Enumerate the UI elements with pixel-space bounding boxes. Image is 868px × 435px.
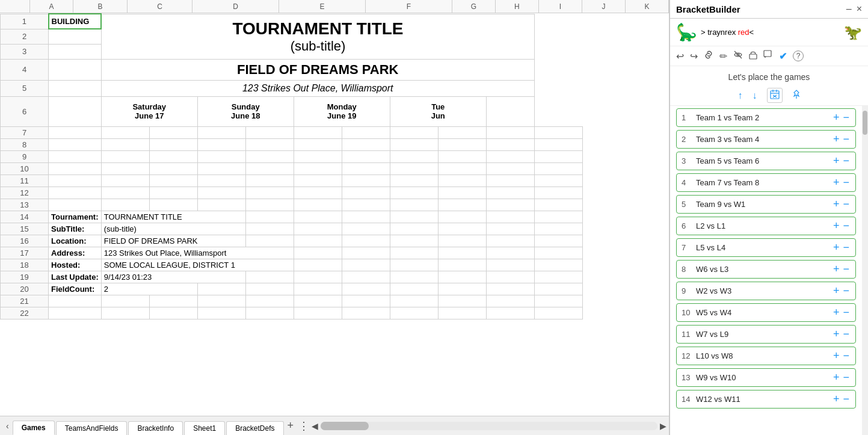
redo-icon[interactable]: ↪ xyxy=(690,51,698,62)
game-add-btn[interactable]: + xyxy=(831,220,842,232)
tab-teamsandfields[interactable]: TeamsAndFields xyxy=(56,421,128,435)
game-remove-btn[interactable]: − xyxy=(842,155,851,167)
game-item: 10W5 vs W4+− xyxy=(676,303,856,322)
row-header-spacer xyxy=(0,0,30,13)
spreadsheet-body[interactable]: 1 BUILDING TOURNAMENT TITLE (sub-title) … xyxy=(0,13,669,416)
table-row: 1 BUILDING TOURNAMENT TITLE (sub-title) xyxy=(1,14,583,29)
game-matchup: L10 vs W8 xyxy=(696,351,831,360)
lock-icon[interactable] xyxy=(749,50,757,62)
game-remove-btn[interactable]: − xyxy=(842,285,851,297)
location-text: FIELD OF DREAMS PARK xyxy=(106,62,529,78)
game-remove-btn[interactable]: − xyxy=(842,133,851,146)
game-remove-btn[interactable]: − xyxy=(842,241,851,254)
game-add-btn[interactable]: + xyxy=(831,285,842,297)
game-num: 2 xyxy=(682,135,692,144)
game-num: 13 xyxy=(682,373,692,382)
game-matchup: Team 5 vs Team 6 xyxy=(696,156,831,165)
move-up-btn[interactable]: ↑ xyxy=(738,90,743,101)
game-add-btn[interactable]: + xyxy=(831,371,842,384)
sheet-options-btn[interactable]: ⋮ xyxy=(296,419,312,433)
game-num: 8 xyxy=(682,265,692,274)
calendar-x-btn[interactable] xyxy=(767,88,783,103)
link-icon[interactable] xyxy=(704,50,713,62)
game-item: 4Team 7 vs Team 8+− xyxy=(676,173,856,192)
game-remove-btn[interactable]: − xyxy=(842,306,851,319)
game-remove-btn[interactable]: − xyxy=(842,198,851,211)
address-value: 123 Strikes Out Place, Williamsport xyxy=(101,247,294,259)
tab-games[interactable]: Games xyxy=(13,421,55,435)
pin-btn[interactable] xyxy=(792,90,801,101)
table-row: 18 Hosted: SOME LOCAL LEAGUE, DISTRICT 1 xyxy=(1,259,583,271)
building-cell[interactable]: BUILDING xyxy=(49,14,102,29)
scroll-left-btn[interactable]: ◀ xyxy=(312,421,318,431)
game-item: 5Team 9 vs W1+− xyxy=(676,195,856,214)
undo-icon[interactable]: ↩ xyxy=(676,51,684,62)
game-remove-btn[interactable]: − xyxy=(842,393,851,406)
game-remove-btn[interactable]: − xyxy=(842,328,851,341)
game-matchup: W12 vs W11 xyxy=(696,395,831,404)
panel-scrollbar[interactable] xyxy=(862,106,868,435)
table-row: 12 xyxy=(1,187,583,199)
game-add-btn[interactable]: + xyxy=(831,133,842,146)
game-remove-btn[interactable]: − xyxy=(842,350,851,362)
col-c: C xyxy=(128,0,192,13)
game-matchup: W7 vs L9 xyxy=(696,330,831,339)
last-update-value: 9/14/23 01:23 xyxy=(101,271,245,283)
col-k: K xyxy=(626,0,669,13)
minimize-panel-btn[interactable]: – xyxy=(846,4,852,14)
table-row: 15 SubTitle: (sub-title) xyxy=(1,223,583,235)
game-add-btn[interactable]: + xyxy=(831,328,842,341)
tournament-title: TOURNAMENT TITLE xyxy=(106,19,529,39)
game-remove-btn[interactable]: − xyxy=(842,220,851,232)
schedule-header-sat: Saturday June 17 xyxy=(101,96,197,126)
scrollbar-thumb[interactable] xyxy=(321,422,369,430)
game-add-btn[interactable]: + xyxy=(831,350,842,362)
address-label: Address: xyxy=(49,247,102,259)
svg-rect-3 xyxy=(764,51,771,57)
cell-a2 xyxy=(49,29,102,44)
check-icon[interactable]: ✔ xyxy=(779,51,787,62)
table-row: 16 Location: FIELD OF DREAMS PARK xyxy=(1,235,583,247)
table-row: 7 xyxy=(1,126,583,138)
tab-bracketinfo[interactable]: BracketInfo xyxy=(128,421,183,435)
game-remove-btn[interactable]: − xyxy=(842,371,851,384)
game-add-btn[interactable]: + xyxy=(831,111,842,124)
game-matchup: W2 vs W3 xyxy=(696,286,831,295)
col-i: I xyxy=(539,0,582,13)
close-panel-btn[interactable]: × xyxy=(857,4,862,14)
game-remove-btn[interactable]: − xyxy=(842,111,851,124)
comment-icon[interactable] xyxy=(763,50,773,62)
scroll-right-btn[interactable]: ▶ xyxy=(660,421,666,431)
panel-scrollbar-thumb[interactable] xyxy=(863,111,867,135)
date-jun: Jun xyxy=(431,111,445,120)
date-june17: June 17 xyxy=(135,111,164,120)
row-num: 2 xyxy=(1,29,49,44)
game-add-btn[interactable]: + xyxy=(831,176,842,189)
game-add-btn[interactable]: + xyxy=(831,241,842,254)
panel-header: BracketBuilder – × xyxy=(670,0,868,19)
row-num: 4 xyxy=(1,59,49,80)
game-remove-btn[interactable]: − xyxy=(842,263,851,276)
game-add-btn[interactable]: + xyxy=(831,263,842,276)
game-add-btn[interactable]: + xyxy=(831,155,842,167)
help-icon[interactable]: ? xyxy=(793,51,804,61)
game-num: 4 xyxy=(682,178,692,187)
game-add-btn[interactable]: + xyxy=(831,306,842,319)
tab-sheet1[interactable]: Sheet1 xyxy=(184,421,225,435)
game-num: 7 xyxy=(682,243,692,252)
tournament-value: TOURNAMENT TITLE xyxy=(101,211,245,223)
column-headers: A B C D E F G H I J K xyxy=(0,0,669,13)
game-remove-btn[interactable]: − xyxy=(842,176,851,189)
add-sheet-btn[interactable]: + xyxy=(285,419,297,432)
eye-off-icon[interactable] xyxy=(733,50,743,62)
game-add-btn[interactable]: + xyxy=(831,198,842,211)
pen-icon[interactable]: ✏ xyxy=(719,51,727,62)
tab-bracketdefs[interactable]: BracketDefs xyxy=(226,421,283,435)
prev-sheet-btn[interactable]: ‹ xyxy=(2,421,13,431)
game-matchup: W6 vs L3 xyxy=(696,265,831,274)
game-add-btn[interactable]: + xyxy=(831,393,842,406)
move-down-btn[interactable]: ↓ xyxy=(753,90,757,101)
dino-icon-left: 🦕 xyxy=(676,22,696,42)
bottom-bar: ‹ GamesTeamsAndFieldsBracketInfoSheet1Br… xyxy=(0,416,669,435)
horizontal-scrollbar[interactable] xyxy=(321,422,657,430)
